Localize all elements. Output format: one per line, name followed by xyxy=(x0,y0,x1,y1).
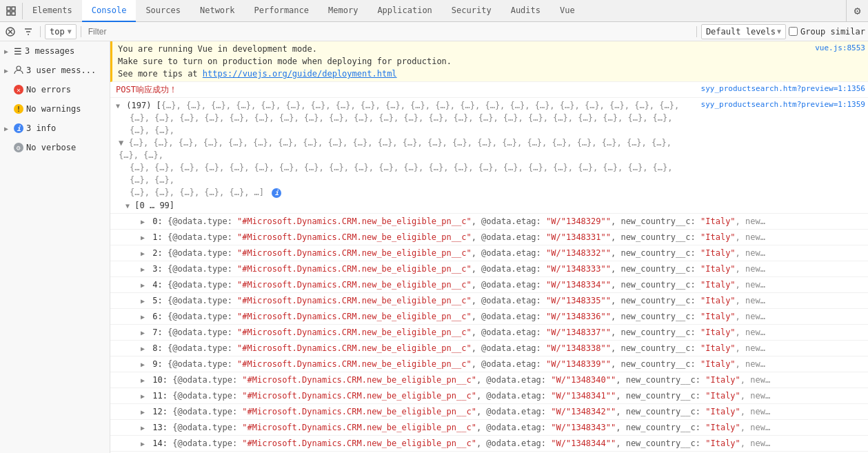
post-source[interactable]: syy_productsearch.htm?preview=1:1356 xyxy=(701,83,865,95)
array-source[interactable]: syy_productsearch.htm?preview=1:1359 xyxy=(701,99,865,111)
tab-console[interactable]: Console xyxy=(82,0,137,22)
divider-1 xyxy=(40,26,41,37)
tab-security[interactable]: Security xyxy=(442,0,501,22)
item-odata-type-0: {@odata.type: xyxy=(168,217,237,226)
expand-arrow-5[interactable]: ▶ xyxy=(141,297,145,305)
item-etag-value-1: "W/"1348331"" xyxy=(546,232,611,242)
array-item-content-5: ▶ 5: {@odata.type: "#Microsoft.Dynamics.… xyxy=(141,294,865,307)
tab-elements[interactable]: Elements xyxy=(23,0,82,22)
item-etag-value-14: "W/"1348344"" xyxy=(551,439,616,448)
expand-arrow-8[interactable]: ▶ xyxy=(141,345,145,352)
item-index-0: 0: xyxy=(152,217,162,226)
svg-point-10 xyxy=(17,66,21,70)
console-output[interactable]: You are running Vue in development mode.… xyxy=(110,41,868,453)
expand-arrow-2[interactable]: ▶ xyxy=(141,250,145,257)
array-item-9: ▶ 9: {@odata.type: "#Microsoft.Dynamics.… xyxy=(110,356,868,372)
expand-arrow-9[interactable]: ▶ xyxy=(141,361,145,368)
array-header-content: ▼ (197) [{…}, {…}, {…}, {…}, {…}, {…}, {… xyxy=(116,99,696,212)
sidebar-item-warnings[interactable]: ▶ ! No warnings xyxy=(0,99,110,119)
item-index-8: 8: xyxy=(152,343,162,353)
item-type-value-1: "#Microsoft.Dynamics.CRM.new_be_eligible… xyxy=(237,232,472,242)
vue-warn-line1: You are running Vue in development mode. xyxy=(118,43,809,55)
sidebar-item-errors[interactable]: ▶ ✕ No errors xyxy=(0,80,110,99)
item-country-1: "Italy" xyxy=(700,232,736,242)
tab-vue[interactable]: Vue xyxy=(550,0,585,22)
expand-arrow-12[interactable]: ▶ xyxy=(141,408,145,416)
vue-warn-line3: See more tips at https://vuejs.org/guide… xyxy=(118,68,809,80)
sidebar-item-messages[interactable]: ▶ ☰ 3 messages xyxy=(0,41,110,61)
settings-icon[interactable]: ⚙ xyxy=(846,0,868,22)
item-odata-type-12: {@odata.type: xyxy=(172,407,242,416)
item-odata-type-7: {@odata.type: xyxy=(168,328,237,337)
item-country-5: "Italy" xyxy=(700,296,736,305)
item-type-value-6: "#Microsoft.Dynamics.CRM.new_be_eligible… xyxy=(237,312,472,321)
divider-3 xyxy=(696,26,697,37)
expand-arrow-11[interactable]: ▶ xyxy=(141,392,145,400)
devtools-icon[interactable] xyxy=(3,3,19,19)
item-etag-value-11: "W/"1348341"" xyxy=(551,391,616,401)
item-index-11: 11: xyxy=(152,391,168,401)
tab-performance[interactable]: Performance xyxy=(245,0,319,22)
tab-audits[interactable]: Audits xyxy=(501,0,550,22)
array-item-content-13: ▶ 13: {@odata.type: "#Microsoft.Dynamics… xyxy=(141,421,865,434)
levels-selector[interactable]: Default levels ▼ xyxy=(701,24,786,39)
array-info-icon: i xyxy=(272,188,281,198)
console-toolbar: top ▼ Default levels ▼ Group similar xyxy=(0,22,868,41)
expand-arrow-13[interactable]: ▶ xyxy=(141,424,145,432)
tab-memory[interactable]: Memory xyxy=(319,0,367,22)
item-etag-value-4: "W/"1348334"" xyxy=(546,280,611,290)
filter-input[interactable] xyxy=(85,27,692,37)
item-etag-value-6: "W/"1348336"" xyxy=(546,312,611,321)
context-arrow: ▼ xyxy=(68,28,72,35)
vue-docs-link[interactable]: https://vuejs.org/guide/deployment.html xyxy=(203,69,397,79)
item-index-14: 14: xyxy=(152,439,168,448)
vue-warn-content: You are running Vue in development mode.… xyxy=(118,43,809,80)
item-type-value-11: "#Microsoft.Dynamics.CRM.new_be_eligible… xyxy=(242,391,476,401)
array-item-content-0: ▶ 0: {@odata.type: "#Microsoft.Dynamics.… xyxy=(141,215,865,228)
item-odata-type-2: {@odata.type: xyxy=(168,248,237,258)
array-item-content-11: ▶ 11: {@odata.type: "#Microsoft.Dynamics… xyxy=(141,390,865,402)
post-text: POST响应成功！ xyxy=(116,85,177,94)
expand-arrow-4[interactable]: ▶ xyxy=(141,281,145,289)
clear-console-button[interactable] xyxy=(3,24,18,39)
array-item-12: ▶ 12: {@odata.type: "#Microsoft.Dynamics… xyxy=(110,404,868,420)
item-country-10: "Italy" xyxy=(705,375,740,385)
item-index-10: 10: xyxy=(152,375,168,385)
expand-arrow-7[interactable]: ▶ xyxy=(141,329,145,336)
item-odata-type-13: {@odata.type: xyxy=(172,423,242,432)
item-country-3: "Italy" xyxy=(700,264,736,274)
array-row2: {…}, {…}, {…}, {…}, {…}, {…}, {…}, {…}, … xyxy=(116,112,696,137)
item-country-8: "Italy" xyxy=(700,343,736,353)
sidebar-item-user-messages[interactable]: ▶ 3 user mess... xyxy=(0,61,110,80)
expand-arrow-0[interactable]: ▶ xyxy=(141,218,145,225)
expand-arrow-10[interactable]: ▶ xyxy=(141,376,145,384)
array-item-content-12: ▶ 12: {@odata.type: "#Microsoft.Dynamics… xyxy=(141,405,865,418)
array-range[interactable]: ▼ [0 … 99] xyxy=(116,199,696,212)
tab-sources[interactable]: Sources xyxy=(136,0,190,22)
expand-arrow-user: ▶ xyxy=(4,67,11,74)
messages-icon: ☰ xyxy=(14,46,22,57)
expand-arrow-6[interactable]: ▶ xyxy=(141,313,145,321)
vue-warn-source[interactable]: vue.js:8553 xyxy=(815,43,865,54)
filter-icon[interactable] xyxy=(21,24,36,39)
item-country-2: "Italy" xyxy=(700,248,736,258)
group-similar-option[interactable]: Group similar xyxy=(789,27,865,37)
array-item-8: ▶ 8: {@odata.type: "#Microsoft.Dynamics.… xyxy=(110,341,868,356)
array-item-content-10: ▶ 10: {@odata.type: "#Microsoft.Dynamics… xyxy=(141,374,865,386)
tab-network[interactable]: Network xyxy=(190,0,245,22)
svg-rect-3 xyxy=(12,12,15,15)
group-similar-checkbox[interactable] xyxy=(789,27,798,36)
sidebar-item-info[interactable]: ▶ i 3 info xyxy=(0,119,110,138)
item-country-6: "Italy" xyxy=(700,312,736,321)
errors-label: No errors xyxy=(26,85,105,94)
expand-arrow-14[interactable]: ▶ xyxy=(141,440,145,447)
expand-arrow-3[interactable]: ▶ xyxy=(141,265,145,273)
array-item-14: ▶ 14: {@odata.type: "#Microsoft.Dynamics… xyxy=(110,436,868,452)
sidebar-item-verbose[interactable]: ▶ ⚙ No verbose xyxy=(0,138,110,157)
expand-arrow-1[interactable]: ▶ xyxy=(141,234,145,241)
item-etag-value-10: "W/"1348340"" xyxy=(551,375,616,385)
item-odata-type-14: {@odata.type: xyxy=(172,439,242,448)
item-etag-value-3: "W/"1348333"" xyxy=(546,264,611,274)
context-selector[interactable]: top ▼ xyxy=(45,24,77,39)
tab-application[interactable]: Application xyxy=(367,0,441,22)
